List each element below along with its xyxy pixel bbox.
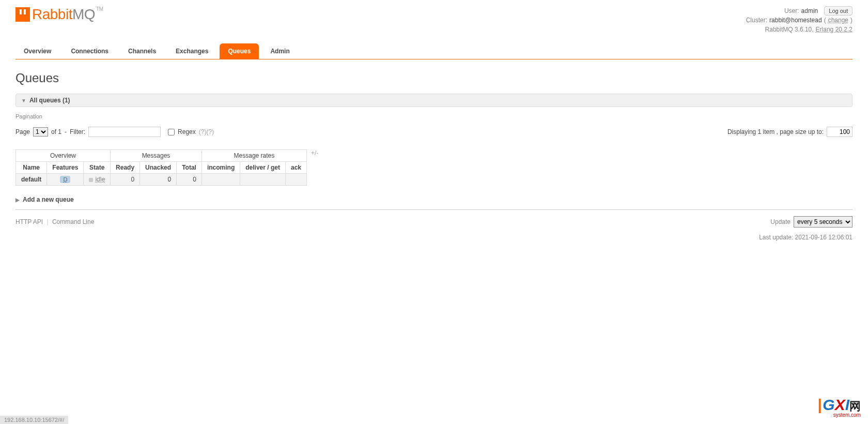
state-indicator-icon — [89, 178, 93, 182]
header-info: User: admin Log out Cluster: rabbit@home… — [746, 6, 853, 34]
col-unacked[interactable]: Unacked — [140, 162, 177, 174]
col-group-overview: Overview — [16, 150, 111, 162]
table-row[interactable]: default D idle 0 0 0 — [16, 174, 307, 186]
col-ack[interactable]: ack — [285, 162, 306, 174]
update-interval-select[interactable]: every 5 seconds — [794, 216, 853, 228]
add-queue-label: Add a new queue — [23, 196, 74, 203]
col-deliver[interactable]: deliver / get — [240, 162, 286, 174]
erlang-version-link[interactable]: Erlang 20.2.2 — [816, 25, 853, 34]
tab-channels[interactable]: Channels — [120, 43, 164, 59]
cell-state: idle — [84, 174, 111, 186]
section-all-queues[interactable]: ▼ All queues (1) — [16, 94, 853, 107]
add-queue-section[interactable]: ▶ Add a new queue — [16, 196, 853, 203]
cell-total: 0 — [177, 174, 202, 186]
col-incoming[interactable]: incoming — [202, 162, 240, 174]
cell-ready: 0 — [111, 174, 140, 186]
section-title: All queues (1) — [29, 97, 70, 104]
col-total[interactable]: Total — [177, 162, 202, 174]
col-group-messages: Messages — [111, 150, 202, 162]
cell-unacked: 0 — [140, 174, 177, 186]
durable-badge[interactable]: D — [60, 176, 70, 183]
queues-table: Overview Messages Message rates Name Fea… — [16, 149, 307, 186]
col-state[interactable]: State — [84, 162, 111, 174]
filter-label: Filter: — [70, 128, 85, 135]
col-group-rates: Message rates — [202, 150, 306, 162]
command-line-link[interactable]: Command Line — [52, 218, 94, 225]
tab-queues[interactable]: Queues — [220, 43, 259, 59]
cell-ack — [285, 174, 306, 186]
logout-button[interactable]: Log out — [824, 6, 853, 16]
nav-tabs: Overview Connections Channels Exchanges … — [16, 43, 853, 59]
cell-name[interactable]: default — [16, 174, 47, 186]
col-features[interactable]: Features — [47, 162, 84, 174]
footer-links: HTTP API | Command Line — [16, 218, 94, 225]
cell-deliver — [240, 174, 286, 186]
page-of: of 1 — [51, 128, 61, 135]
cell-features: D — [47, 174, 84, 186]
chevron-down-icon: ▼ — [21, 98, 26, 103]
user-name: admin — [801, 6, 818, 16]
regex-checkbox[interactable] — [168, 129, 175, 135]
columns-toggle[interactable]: +/- — [311, 149, 318, 157]
displaying-text: Displaying 1 item , page size up to: — [727, 128, 824, 135]
logo[interactable]: RabbitMQTM — [16, 6, 103, 23]
page-size-input[interactable] — [827, 127, 853, 137]
cluster-label: Cluster: — [746, 16, 767, 25]
tab-admin[interactable]: Admin — [262, 43, 298, 59]
filter-input[interactable] — [88, 127, 161, 137]
update-label: Update — [770, 218, 791, 225]
change-cluster-link[interactable]: change — [828, 16, 848, 25]
logo-text: RabbitMQTM — [32, 6, 103, 23]
version-text: RabbitMQ 3.6.10, — [765, 25, 814, 34]
tab-connections[interactable]: Connections — [63, 43, 117, 59]
chevron-right-icon: ▶ — [16, 197, 20, 203]
page-word: Page — [16, 128, 30, 135]
cluster-name: rabbit@homestead — [769, 16, 822, 25]
page-select[interactable]: 1 — [33, 127, 48, 137]
page-title: Queues — [16, 71, 853, 85]
http-api-link[interactable]: HTTP API — [16, 218, 43, 225]
regex-label: Regex — [178, 128, 196, 135]
last-update: Last update: 2021-09-16 12:06:01 — [0, 230, 868, 245]
pagination-heading: Pagination — [16, 113, 853, 119]
col-name[interactable]: Name — [16, 162, 47, 174]
regex-help[interactable]: (?)(?) — [199, 128, 214, 135]
tab-overview[interactable]: Overview — [16, 43, 59, 59]
cell-incoming — [202, 174, 240, 186]
col-ready[interactable]: Ready — [111, 162, 140, 174]
user-label: User: — [784, 6, 799, 16]
tab-exchanges[interactable]: Exchanges — [167, 43, 216, 59]
rabbitmq-logo-icon — [16, 7, 30, 22]
